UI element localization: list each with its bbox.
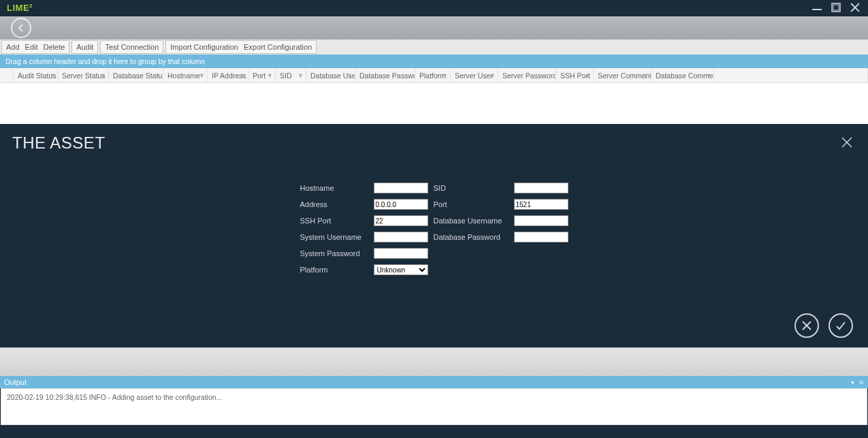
test-connection-button[interactable]: Test Connection [105,43,159,51]
dbpass-input[interactable] [514,232,568,243]
col-filler [714,68,868,82]
dbuser-input[interactable] [514,215,568,226]
filter-icon[interactable]: ▼ [267,72,273,79]
asset-form-panel: THE ASSET Hostname SID Address Port [0,124,868,347]
port-input[interactable] [514,199,568,210]
output-log: 2020-02-19 10:29:38,615 INFO - Adding as… [1,388,867,425]
sysuser-input[interactable] [374,232,428,243]
hostname-label: Hostname [300,183,368,193]
output-pin-icon[interactable]: ▾ [851,379,854,386]
sid-label: SID [434,183,509,193]
output-title: Output [4,378,27,386]
address-input[interactable] [374,199,428,210]
dbuser-label: Database Username [434,215,509,226]
col-ip-address[interactable]: IP Address▼ [208,68,248,82]
form-actions [0,294,868,347]
syspass-input[interactable] [374,248,428,259]
grid-column-headers: Audit Status▼ Server Status▼ Database St… [0,68,868,83]
add-button[interactable]: Add [6,43,20,51]
col-port[interactable]: Port▼ [248,68,276,82]
col-platform[interactable]: Platform▼ [415,68,451,82]
col-database-user[interactable]: Database User▼ [306,68,355,82]
grid-body [0,83,868,124]
cancel-button[interactable] [794,313,819,338]
toolbar-group-audit: Audit [71,40,98,54]
sshport-label: SSH Port [300,215,368,226]
minimize-icon[interactable] [812,3,822,14]
filter-icon[interactable]: ▼ [155,72,161,79]
toolbar-group-test: Test Connection [100,40,163,54]
toolbar: Add Edit Delete Audit Test Connection Im… [0,40,868,54]
col-server-password[interactable]: Server Password [498,68,556,82]
syspass-label: System Password [300,248,368,259]
form-close-button[interactable] [841,136,853,150]
col-hostname[interactable]: Hostname▼ [163,68,208,82]
output-close-icon[interactable]: ✕ [858,379,864,386]
group-by-bar[interactable]: Drag a column header and drop it here to… [0,54,868,68]
toolbar-group-crud: Add Edit Delete [1,40,69,54]
port-label: Port [434,199,509,210]
app-window: LIME2 Add Edit Delete Audit Test Connect [0,0,868,438]
sysuser-label: System Username [300,232,368,243]
col-server-status[interactable]: Server Status▼ [58,68,109,82]
col-database-comment[interactable]: Database Comment▼ [652,68,714,82]
export-config-button[interactable]: Export Configuration [244,43,312,51]
title-bar: LIME2 [0,0,868,16]
col-server-user[interactable]: Server User▼ [451,68,498,82]
form-title: THE ASSET [12,134,106,153]
address-label: Address [300,199,368,210]
delete-button[interactable]: Delete [44,43,65,51]
platform-label: Platform [300,264,368,275]
back-button[interactable] [11,18,31,38]
sshport-input[interactable] [374,215,428,226]
filter-icon[interactable]: ▼ [49,72,55,79]
filter-icon[interactable]: ▼ [347,72,353,79]
col-sid[interactable]: SID▼ [276,68,306,82]
separator [0,347,868,376]
col-selector[interactable] [0,68,14,82]
logo-sup: 2 [29,3,33,9]
filter-icon[interactable]: ▼ [240,72,246,79]
edit-button[interactable]: Edit [25,43,38,51]
filter-icon[interactable]: ▼ [100,72,106,79]
filter-icon[interactable]: ▼ [585,72,591,79]
filter-icon[interactable]: ▼ [705,72,711,79]
platform-select[interactable]: Unknown [374,264,428,275]
confirm-button[interactable] [829,313,853,338]
output-header: Output ▾ ✕ [0,376,868,388]
col-database-password[interactable]: Database Password [355,68,415,82]
import-config-button[interactable]: Import Configuration [170,43,238,51]
toolbar-group-config: Import Configuration Export Configuratio… [165,40,317,54]
sid-input[interactable] [514,183,568,193]
nav-header [0,16,868,40]
app-logo: LIME2 [3,3,33,13]
col-audit-status[interactable]: Audit Status▼ [14,68,58,82]
window-controls [812,3,865,14]
filter-icon[interactable]: ▼ [643,72,649,79]
filter-icon[interactable]: ▼ [442,72,448,79]
col-server-comment[interactable]: Server Comment▼ [594,68,652,82]
col-ssh-port[interactable]: SSH Port▼ [556,68,594,82]
filter-icon[interactable]: ▼ [489,72,496,79]
close-icon[interactable] [850,3,860,14]
col-database-status[interactable]: Database Status▼ [109,68,163,82]
asset-form: Hostname SID Address Port SSH Port Datab… [0,157,868,294]
svg-rect-1 [833,5,839,10]
hostname-input[interactable] [374,183,428,193]
audit-button[interactable]: Audit [76,43,93,51]
logo-text: LIME [7,3,29,14]
filter-icon[interactable]: ▼ [298,72,304,79]
maximize-icon[interactable] [831,3,841,14]
filter-icon[interactable]: ▼ [199,72,205,79]
dbpass-label: Database Password [434,232,509,243]
